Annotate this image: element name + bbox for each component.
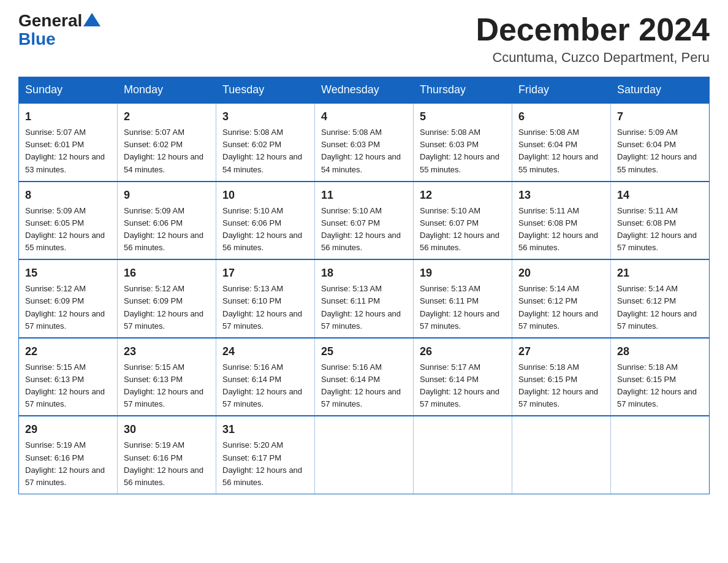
day-number: 17 (222, 265, 308, 282)
day-number: 28 (617, 343, 703, 360)
day-info: Sunrise: 5:13 AMSunset: 6:10 PMDaylight:… (222, 284, 302, 330)
day-number: 31 (222, 421, 308, 438)
calendar-cell: 19 Sunrise: 5:13 AMSunset: 6:11 PMDaylig… (414, 259, 512, 338)
day-info: Sunrise: 5:11 AMSunset: 6:08 PMDaylight:… (617, 206, 697, 252)
day-info: Sunrise: 5:16 AMSunset: 6:14 PMDaylight:… (321, 362, 401, 408)
day-number: 12 (420, 187, 506, 204)
calendar-cell: 14 Sunrise: 5:11 AMSunset: 6:08 PMDaylig… (611, 182, 710, 260)
day-info: Sunrise: 5:20 AMSunset: 6:17 PMDaylight:… (222, 440, 302, 486)
calendar-cell (315, 416, 414, 494)
day-number: 4 (321, 109, 407, 125)
day-info: Sunrise: 5:10 AMSunset: 6:06 PMDaylight:… (222, 206, 302, 252)
day-number: 23 (124, 343, 210, 360)
logo-general-text: General (18, 12, 82, 29)
day-info: Sunrise: 5:09 AMSunset: 6:05 PMDaylight:… (25, 206, 105, 252)
weekday-header-tuesday: Tuesday (216, 77, 315, 104)
calendar-week-4: 22 Sunrise: 5:15 AMSunset: 6:13 PMDaylig… (19, 338, 710, 416)
calendar-cell (611, 416, 710, 494)
calendar-cell: 11 Sunrise: 5:10 AMSunset: 6:07 PMDaylig… (315, 182, 414, 260)
day-number: 10 (222, 187, 308, 204)
calendar-cell: 3 Sunrise: 5:08 AMSunset: 6:02 PMDayligh… (216, 103, 315, 182)
weekday-header-friday: Friday (512, 77, 611, 104)
day-number: 26 (420, 343, 506, 360)
weekday-header-monday: Monday (118, 77, 216, 104)
calendar-cell: 10 Sunrise: 5:10 AMSunset: 6:06 PMDaylig… (216, 182, 315, 260)
day-number: 19 (420, 265, 506, 282)
calendar-cell: 18 Sunrise: 5:13 AMSunset: 6:11 PMDaylig… (315, 259, 414, 338)
calendar-cell: 28 Sunrise: 5:18 AMSunset: 6:15 PMDaylig… (611, 338, 710, 416)
day-number: 15 (25, 265, 111, 282)
day-info: Sunrise: 5:18 AMSunset: 6:15 PMDaylight:… (518, 362, 598, 408)
day-number: 14 (617, 187, 703, 204)
calendar-cell: 8 Sunrise: 5:09 AMSunset: 6:05 PMDayligh… (19, 182, 118, 260)
day-number: 3 (222, 109, 308, 125)
day-info: Sunrise: 5:11 AMSunset: 6:08 PMDaylight:… (518, 206, 598, 252)
day-number: 2 (124, 109, 210, 125)
day-info: Sunrise: 5:14 AMSunset: 6:12 PMDaylight:… (617, 284, 697, 330)
day-number: 5 (420, 109, 506, 125)
month-title: December 2024 (476, 12, 710, 47)
day-number: 30 (124, 421, 210, 438)
page-header: General Blue December 2024 Ccuntuma, Cuz… (18, 12, 710, 66)
calendar-cell: 16 Sunrise: 5:12 AMSunset: 6:09 PMDaylig… (118, 259, 216, 338)
calendar-cell: 4 Sunrise: 5:08 AMSunset: 6:03 PMDayligh… (315, 103, 414, 182)
logo-triangle-icon (83, 13, 100, 26)
calendar-week-3: 15 Sunrise: 5:12 AMSunset: 6:09 PMDaylig… (19, 259, 710, 338)
calendar-cell: 29 Sunrise: 5:19 AMSunset: 6:16 PMDaylig… (19, 416, 118, 494)
calendar-cell: 6 Sunrise: 5:08 AMSunset: 6:04 PMDayligh… (512, 103, 611, 182)
day-info: Sunrise: 5:15 AMSunset: 6:13 PMDaylight:… (124, 362, 203, 408)
calendar-cell: 30 Sunrise: 5:19 AMSunset: 6:16 PMDaylig… (118, 416, 216, 494)
location-title: Ccuntuma, Cuzco Department, Peru (476, 50, 710, 66)
day-info: Sunrise: 5:19 AMSunset: 6:16 PMDaylight:… (25, 440, 105, 486)
weekday-header-row: SundayMondayTuesdayWednesdayThursdayFrid… (19, 77, 710, 104)
day-info: Sunrise: 5:08 AMSunset: 6:02 PMDaylight:… (222, 128, 302, 174)
logo: General Blue (18, 12, 102, 49)
day-number: 25 (321, 343, 407, 360)
day-number: 20 (518, 265, 604, 282)
day-info: Sunrise: 5:14 AMSunset: 6:12 PMDaylight:… (518, 284, 598, 330)
calendar-cell: 15 Sunrise: 5:12 AMSunset: 6:09 PMDaylig… (19, 259, 118, 338)
day-number: 16 (124, 265, 210, 282)
weekday-header-saturday: Saturday (611, 77, 710, 104)
day-info: Sunrise: 5:13 AMSunset: 6:11 PMDaylight:… (321, 284, 401, 330)
title-area: December 2024 Ccuntuma, Cuzco Department… (476, 12, 710, 66)
day-info: Sunrise: 5:16 AMSunset: 6:14 PMDaylight:… (222, 362, 302, 408)
day-number: 1 (25, 109, 111, 125)
calendar-week-1: 1 Sunrise: 5:07 AMSunset: 6:01 PMDayligh… (19, 103, 710, 182)
calendar-cell: 26 Sunrise: 5:17 AMSunset: 6:14 PMDaylig… (414, 338, 512, 416)
day-info: Sunrise: 5:08 AMSunset: 6:03 PMDaylight:… (321, 128, 401, 174)
day-number: 13 (518, 187, 604, 204)
calendar-cell: 23 Sunrise: 5:15 AMSunset: 6:13 PMDaylig… (118, 338, 216, 416)
day-info: Sunrise: 5:08 AMSunset: 6:03 PMDaylight:… (420, 128, 499, 174)
calendar-cell: 25 Sunrise: 5:16 AMSunset: 6:14 PMDaylig… (315, 338, 414, 416)
calendar-cell: 7 Sunrise: 5:09 AMSunset: 6:04 PMDayligh… (611, 103, 710, 182)
calendar-cell: 20 Sunrise: 5:14 AMSunset: 6:12 PMDaylig… (512, 259, 611, 338)
day-info: Sunrise: 5:07 AMSunset: 6:02 PMDaylight:… (124, 128, 203, 174)
weekday-header-wednesday: Wednesday (315, 77, 414, 104)
day-info: Sunrise: 5:18 AMSunset: 6:15 PMDaylight:… (617, 362, 697, 408)
day-number: 27 (518, 343, 604, 360)
day-number: 21 (617, 265, 703, 282)
logo-blue-text: Blue (18, 29, 56, 48)
day-info: Sunrise: 5:17 AMSunset: 6:14 PMDaylight:… (420, 362, 499, 408)
calendar-cell (414, 416, 512, 494)
calendar-cell: 31 Sunrise: 5:20 AMSunset: 6:17 PMDaylig… (216, 416, 315, 494)
calendar-week-2: 8 Sunrise: 5:09 AMSunset: 6:05 PMDayligh… (19, 182, 710, 260)
day-info: Sunrise: 5:12 AMSunset: 6:09 PMDaylight:… (124, 284, 203, 330)
day-number: 18 (321, 265, 407, 282)
day-info: Sunrise: 5:09 AMSunset: 6:04 PMDaylight:… (617, 128, 697, 174)
day-info: Sunrise: 5:08 AMSunset: 6:04 PMDaylight:… (518, 128, 598, 174)
day-number: 22 (25, 343, 111, 360)
calendar-cell: 12 Sunrise: 5:10 AMSunset: 6:07 PMDaylig… (414, 182, 512, 260)
day-info: Sunrise: 5:12 AMSunset: 6:09 PMDaylight:… (25, 284, 105, 330)
day-number: 11 (321, 187, 407, 204)
day-number: 8 (25, 187, 111, 204)
day-number: 6 (518, 109, 604, 125)
calendar-cell: 27 Sunrise: 5:18 AMSunset: 6:15 PMDaylig… (512, 338, 611, 416)
calendar-cell: 1 Sunrise: 5:07 AMSunset: 6:01 PMDayligh… (19, 103, 118, 182)
day-number: 24 (222, 343, 308, 360)
day-number: 9 (124, 187, 210, 204)
calendar-cell: 17 Sunrise: 5:13 AMSunset: 6:10 PMDaylig… (216, 259, 315, 338)
calendar-cell: 13 Sunrise: 5:11 AMSunset: 6:08 PMDaylig… (512, 182, 611, 260)
calendar-cell: 9 Sunrise: 5:09 AMSunset: 6:06 PMDayligh… (118, 182, 216, 260)
